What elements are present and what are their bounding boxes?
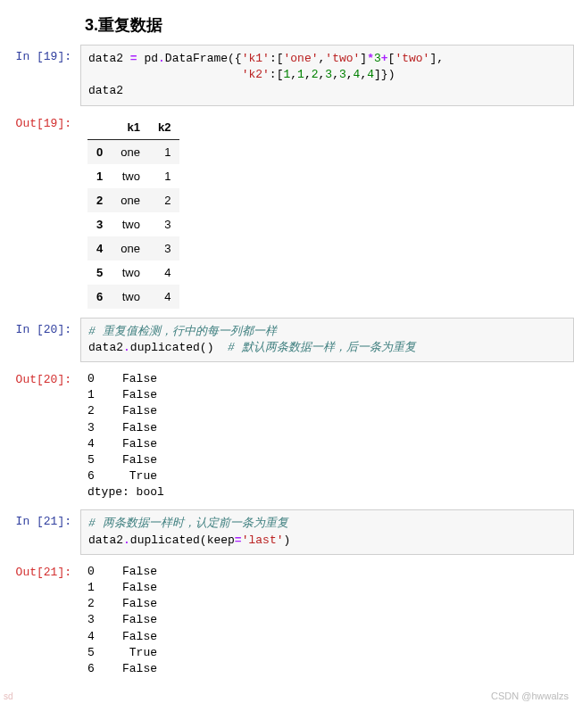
table-row: 0one1	[87, 139, 179, 164]
code-block-20[interactable]: # 重复值检测，行中的每一列都一样 data2.duplicated() # 默…	[80, 318, 574, 362]
in-prompt-20: In [20]:	[0, 318, 80, 336]
output-text-20: 0 False 1 False 2 False 3 False 4 False …	[80, 368, 574, 505]
col-header: k2	[149, 115, 179, 140]
table-row: 5two4	[87, 261, 179, 285]
cell-21-input: In [21]: # 两条数据一样时，认定前一条为重复 data2.duplic…	[0, 509, 574, 554]
watermark-left: sd	[4, 691, 13, 701]
section-heading: 3.重复数据	[0, 0, 574, 45]
table-row: 3two3	[87, 212, 179, 236]
in-prompt-21: In [21]:	[0, 509, 80, 528]
output-table-19: k1k20one11two12one23two34one35two46two4	[80, 112, 187, 312]
code-block-21[interactable]: # 两条数据一样时，认定前一条为重复 data2.duplicated(keep…	[80, 509, 574, 554]
out-prompt-21: Out[21]:	[0, 560, 80, 579]
watermark-right: CSDN @hwwalzs	[491, 691, 569, 701]
in-prompt-19: In [19]:	[0, 45, 80, 63]
cell-20-output: Out[20]: 0 False 1 False 2 False 3 False…	[0, 368, 574, 505]
col-header: k1	[112, 115, 149, 140]
out-prompt-20: Out[20]:	[0, 368, 80, 386]
table-row: 1two1	[87, 164, 179, 188]
output-text-21: 0 False 1 False 2 False 3 False 4 False …	[80, 560, 574, 681]
cell-21-output: Out[21]: 0 False 1 False 2 False 3 False…	[0, 560, 574, 681]
cell-19-output: Out[19]: k1k20one11two12one23two34one35t…	[0, 112, 574, 312]
dataframe-table: k1k20one11two12one23two34one35two46two4	[87, 115, 179, 309]
table-row: 2one2	[87, 188, 179, 212]
out-prompt-19: Out[19]:	[0, 112, 80, 130]
code-block-19[interactable]: data2 = pd.DataFrame({'k1':['one','two']…	[80, 45, 574, 106]
cell-19-input: In [19]: data2 = pd.DataFrame({'k1':['on…	[0, 45, 574, 106]
cell-20-input: In [20]: # 重复值检测，行中的每一列都一样 data2.duplica…	[0, 318, 574, 362]
table-row: 6two4	[87, 285, 179, 309]
table-row: 4one3	[87, 236, 179, 261]
